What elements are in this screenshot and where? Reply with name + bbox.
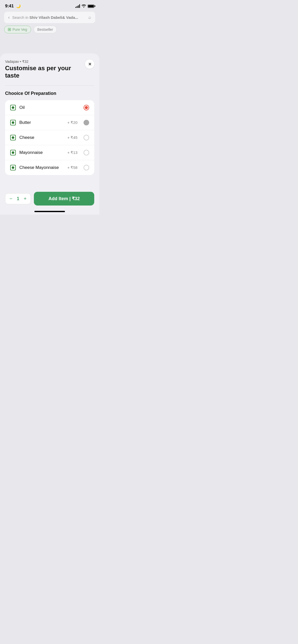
quantity-control: − 1 + <box>5 193 31 204</box>
option-label-mayonnaise: Mayonnaise <box>19 150 64 155</box>
customise-modal: Vadapav • ₹32 Customise as per your tast… <box>0 53 99 215</box>
modal-title: Customise as per your taste <box>5 65 82 79</box>
veg-indicator-icon <box>10 105 16 110</box>
veg-indicator-icon <box>10 135 16 140</box>
close-button[interactable]: ✕ <box>85 60 94 69</box>
option-row-mayonnaise[interactable]: Mayonnaise + ₹13 <box>5 145 94 160</box>
radio-butter[interactable] <box>84 120 89 125</box>
options-card: Oil Butter + ₹20 Cheese + ₹45 <box>5 100 94 175</box>
add-item-button[interactable]: Add Item | ₹32 <box>34 192 94 206</box>
radio-cheese[interactable] <box>84 135 89 140</box>
modal-title-group: Vadapav • ₹32 Customise as per your tast… <box>5 60 82 79</box>
status-time: 9:41 🌙 <box>5 4 21 9</box>
modal-subtitle: Vadapav • ₹32 <box>5 60 82 64</box>
radio-mayonnaise[interactable] <box>84 150 89 155</box>
option-row-oil[interactable]: Oil <box>5 100 94 115</box>
option-price-mayonnaise: + ₹13 <box>67 150 77 155</box>
option-label-oil: Oil <box>19 105 74 110</box>
filter-chip-bestseller: Bestseller <box>34 26 57 33</box>
veg-indicator-icon <box>10 120 16 125</box>
signal-bars-icon <box>75 4 80 8</box>
moon-icon: 🌙 <box>16 4 21 8</box>
filter-chips: Pure Veg Bestseller <box>0 26 99 36</box>
option-label-cheese-mayonnaise: Cheese Mayonnaise <box>19 165 64 170</box>
home-indicator <box>34 211 65 212</box>
veg-indicator-icon <box>10 165 16 170</box>
section-heading: Chooice Of Preparation <box>5 91 94 96</box>
search-icon: ⌕ <box>88 15 91 20</box>
radio-cheese-mayonnaise[interactable] <box>84 165 89 170</box>
modal-divider <box>5 85 94 86</box>
veg-dot-icon <box>8 28 11 31</box>
back-arrow-icon: ‹ <box>8 15 10 20</box>
option-row-cheese[interactable]: Cheese + ₹45 <box>5 130 94 145</box>
option-row-butter[interactable]: Butter + ₹20 <box>5 115 94 130</box>
option-row-cheese-mayonnaise[interactable]: Cheese Mayonnaise + ₹58 <box>5 160 94 175</box>
status-icons <box>75 4 94 8</box>
quantity-minus-button[interactable]: − <box>9 196 12 201</box>
battery-icon <box>88 5 94 8</box>
option-price-cheese: + ₹45 <box>67 135 77 140</box>
search-bar: ‹ Search in Shiv Vilash Dabeli& Vada... … <box>4 12 95 23</box>
wifi-icon <box>82 4 86 8</box>
veg-indicator-icon <box>10 150 16 155</box>
modal-header: Vadapav • ₹32 Customise as per your tast… <box>5 60 94 79</box>
option-price-butter: + ₹20 <box>67 120 77 125</box>
radio-oil[interactable] <box>84 105 89 110</box>
option-price-cheese-mayonnaise: + ₹58 <box>67 165 77 170</box>
quantity-plus-button[interactable]: + <box>24 196 27 201</box>
filter-chip-pure-veg: Pure Veg <box>4 26 31 33</box>
option-label-cheese: Cheese <box>19 135 64 140</box>
search-placeholder: Search in Shiv Vilash Dabeli& Vada... <box>12 15 86 20</box>
quantity-value: 1 <box>16 196 20 201</box>
option-label-butter: Butter <box>19 120 64 125</box>
status-bar: 9:41 🌙 <box>0 0 99 11</box>
